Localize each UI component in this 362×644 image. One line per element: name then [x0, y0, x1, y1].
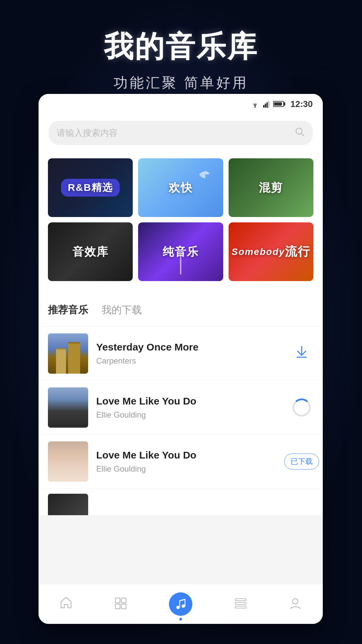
list-icon	[234, 597, 247, 611]
app-subtitle: 功能汇聚 简单好用	[0, 73, 362, 92]
music-icon-active	[169, 592, 192, 616]
grid-icon	[114, 597, 127, 611]
song-title-3: Love Me Like You Do	[96, 449, 282, 461]
category-grid: R&B精选 欢快 混剪 音效库	[39, 155, 323, 293]
grid-row-1: R&B精选 欢快 混剪	[48, 158, 313, 217]
bottom-navigation	[39, 584, 323, 624]
search-section: 请输入搜索内容	[39, 114, 323, 155]
grid-label-pure: 纯音乐	[138, 222, 223, 281]
list-item-partial	[39, 489, 323, 516]
downloaded-badge: 已下载	[284, 453, 319, 470]
grid-label-sfx: 音效库	[48, 222, 133, 281]
nav-item-music[interactable]	[169, 592, 192, 616]
svg-point-11	[176, 606, 180, 609]
grid-item-pure[interactable]: 纯音乐	[138, 222, 223, 281]
svg-line-6	[301, 133, 304, 136]
song-title-2: Love Me Like You Do	[96, 395, 282, 407]
svg-rect-3	[266, 102, 268, 108]
song-thumbnail-2	[48, 387, 88, 428]
grid-label-mix: 混剪	[229, 158, 313, 217]
app-header: 我的音乐库 功能汇聚 简单好用	[0, 0, 362, 92]
svg-rect-8	[121, 598, 126, 603]
svg-point-12	[182, 604, 185, 608]
grid-label-pop: Somebody 流行	[229, 222, 313, 281]
signal-icon	[263, 100, 270, 108]
search-icon[interactable]	[295, 127, 305, 139]
svg-line-13	[180, 599, 185, 601]
nav-item-user[interactable]	[289, 597, 302, 611]
app-title: 我的音乐库	[0, 27, 362, 67]
svg-point-17	[293, 599, 298, 604]
svg-rect-1	[263, 105, 264, 108]
nav-item-grid[interactable]	[114, 597, 127, 611]
loading-spinner	[293, 398, 311, 417]
song-thumbnail-partial	[48, 494, 88, 516]
svg-rect-4	[268, 101, 269, 108]
grid-item-mix[interactable]: 混剪	[229, 158, 313, 217]
song-artist-3: Ellie Goulding	[96, 464, 282, 474]
song-thumbnail-1	[48, 333, 88, 374]
song-artist-2: Ellie Goulding	[96, 410, 282, 420]
search-placeholder: 请输入搜索内容	[57, 127, 289, 139]
svg-rect-7	[115, 598, 120, 603]
song-info-3: Love Me Like You Do Ellie Goulding	[96, 449, 282, 474]
svg-rect-16	[235, 606, 246, 608]
song-info-1: Yesterday Once More Carpenters	[96, 341, 282, 366]
song-action-downloaded-3[interactable]: 已下载	[290, 450, 313, 473]
song-thumbnail-3	[48, 441, 88, 482]
status-time: 12:30	[291, 99, 313, 109]
svg-rect-9	[115, 604, 120, 609]
svg-rect-2	[265, 104, 266, 108]
song-title-1: Yesterday Once More	[96, 341, 282, 353]
list-item[interactable]: Love Me Like You Do Ellie Goulding 已下载	[39, 435, 323, 489]
user-icon	[289, 597, 302, 611]
song-action-loading-2[interactable]	[290, 396, 313, 419]
home-icon	[59, 596, 73, 612]
list-item[interactable]: Love Me Like You Do Ellie Goulding	[39, 381, 323, 435]
grid-label-happy: 欢快	[138, 158, 223, 217]
nav-item-list[interactable]	[234, 597, 247, 611]
svg-point-0	[254, 106, 256, 108]
svg-rect-14	[235, 599, 246, 601]
grid-row-2: 音效库 纯音乐 Somebody 流行	[48, 222, 313, 281]
status-icons	[250, 100, 284, 108]
svg-rect-15	[235, 602, 246, 604]
nav-active-dot	[179, 618, 182, 621]
grid-item-sfx[interactable]: 音效库	[48, 222, 133, 281]
song-artist-1: Carpenters	[96, 356, 282, 366]
list-item[interactable]: Yesterday Once More Carpenters	[39, 327, 323, 381]
music-list: Yesterday Once More Carpenters Love Me	[39, 327, 323, 516]
svg-rect-10	[121, 604, 126, 609]
nav-item-home[interactable]	[59, 596, 73, 612]
search-bar[interactable]: 请输入搜索内容	[49, 121, 313, 145]
status-bar: 12:30	[39, 94, 323, 114]
music-tabs: 推荐音乐 我的下载	[39, 293, 323, 327]
song-action-download-1[interactable]	[290, 342, 313, 365]
battery-icon	[273, 101, 284, 107]
wifi-icon	[250, 100, 260, 108]
grid-label-rnb: R&B精选	[48, 158, 133, 217]
grid-item-rnb[interactable]: R&B精选	[48, 158, 133, 217]
song-info-2: Love Me Like You Do Ellie Goulding	[96, 395, 282, 420]
grid-item-happy[interactable]: 欢快	[138, 158, 223, 217]
grid-item-pop[interactable]: Somebody 流行	[229, 222, 313, 281]
tab-downloads[interactable]: 我的下载	[102, 303, 142, 320]
phone-frame: 12:30 请输入搜索内容 R&B精选	[39, 94, 323, 624]
tab-recommended[interactable]: 推荐音乐	[48, 303, 88, 320]
download-icon	[294, 344, 309, 363]
